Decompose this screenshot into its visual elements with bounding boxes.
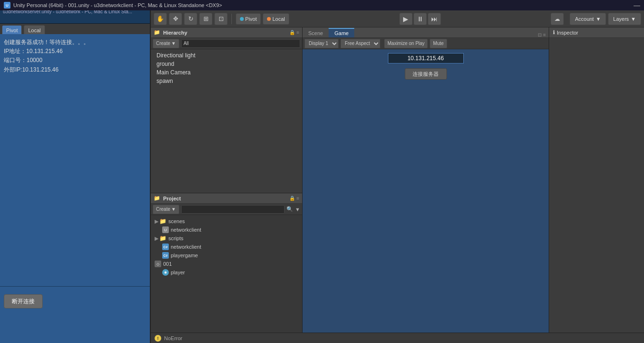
inspector-body — [549, 38, 644, 333]
layers-label: Layers — [613, 16, 629, 22]
ip-input-area — [303, 53, 549, 63]
step-button[interactable]: ⏭ — [428, 13, 441, 25]
hierarchy-item-label: spawn — [156, 78, 173, 84]
inspector-header: ℹ Inspector — [549, 27, 644, 38]
layers-chevron: ▼ — [631, 16, 636, 22]
hierarchy-item-label: Main Camera — [156, 69, 191, 76]
main-titlebar: U Unity Personal (64bit) - 001.unity - u… — [0, 0, 644, 10]
cloud-button[interactable]: ☁ — [551, 13, 564, 25]
project-lock-icon[interactable]: 🔒 ≡ — [289, 196, 299, 201]
game-tab[interactable]: Game — [329, 28, 354, 37]
scene-toolbar: Display 1 Free Aspect Maximize on Play M… — [303, 38, 549, 49]
unity-icon-2: ◇ — [155, 261, 161, 267]
player-label: player — [171, 270, 185, 275]
rect-tool[interactable]: ⊡ — [214, 13, 228, 25]
rotate-tool[interactable]: ↻ — [184, 13, 197, 25]
hierarchy-item-ground[interactable]: ground — [155, 60, 298, 68]
connect-server-button[interactable]: 连接服务器 — [405, 68, 447, 80]
hierarchy-item-main-camera[interactable]: Main Camera — [155, 68, 298, 77]
project-content: ▶ 📁 scenes U networkclient ▶ 📁 scripts — [151, 215, 302, 333]
hand-tool[interactable]: ✋ — [154, 13, 167, 25]
account-button[interactable]: Account ▼ — [570, 13, 606, 25]
ip-input-field[interactable] — [388, 53, 464, 63]
game-view: 连接服务器 — [303, 49, 549, 333]
middle-column: Scene Game ⊡ ≡ Display 1 Free Aspect Max… — [303, 27, 549, 333]
hierarchy-item-directional-light[interactable]: Directional light — [155, 51, 298, 60]
hierarchy-title: Hierarchy — [163, 30, 187, 36]
project-filter-btn[interactable]: ▼ — [295, 207, 300, 212]
project-create-btn[interactable]: Create ▼ — [153, 205, 179, 214]
project-create-arrow: ▼ — [171, 207, 176, 212]
hierarchy-item-spawn[interactable]: spawn — [155, 77, 298, 85]
networkclient-cs-label: networkclient — [171, 244, 201, 250]
folder-scripts[interactable]: ▶ 📁 scripts — [153, 234, 300, 243]
left-panel-bottom: 断开连接 — [0, 286, 150, 343]
scene-tab[interactable]: Scene — [303, 29, 329, 37]
scenes-arrow: ▶ — [155, 218, 158, 225]
move-tool[interactable]: ✥ — [169, 13, 182, 25]
panels-area: 📁 Hierarchy 🔒 ≡ Create ▼ Directional lig… — [151, 27, 644, 333]
scenes-folder-icon: 📁 — [159, 218, 166, 225]
scripts-label: scripts — [168, 235, 184, 241]
pivot-label: Pivot — [245, 16, 257, 22]
hierarchy-content: Directional light ground Main Camera spa… — [151, 49, 302, 193]
local-btn[interactable]: Local — [263, 13, 289, 25]
project-search-btn[interactable]: 🔍 — [286, 206, 293, 212]
project-header: 📁 Project 🔒 ≡ — [151, 193, 302, 204]
hierarchy-header: 📁 Hierarchy 🔒 ≡ — [151, 27, 302, 38]
unity-logo: U — [4, 2, 10, 9]
left-column: 📁 Hierarchy 🔒 ≡ Create ▼ Directional lig… — [151, 27, 303, 333]
console-line-2: IP地址：10.131.215.46 — [4, 47, 146, 56]
folder-scenes[interactable]: ▶ 📁 scenes — [153, 217, 300, 226]
hierarchy-create-label: Create — [156, 41, 170, 46]
project-toolbar: Create ▼ 🔍 ▼ — [151, 204, 302, 215]
pivot-btn[interactable]: Pivot — [236, 13, 261, 25]
scale-tool[interactable]: ⊞ — [199, 13, 212, 25]
hierarchy-toolbar: Create ▼ — [151, 38, 302, 49]
top-toolbar: ✋ ✥ ↻ ⊞ ⊡ Pivot Local ▶ ⏸ ⏭ ☁ Account ▼ — [151, 10, 644, 27]
project-create-label: Create — [156, 207, 170, 212]
scene-game-tabs: Scene Game ⊡ ≡ — [303, 27, 549, 38]
scenes-label: scenes — [168, 218, 185, 224]
file-networkclient-cs[interactable]: C# networkclient — [153, 243, 300, 251]
close-icon[interactable]: — — [634, 1, 640, 9]
scripts-arrow: ▶ — [155, 235, 158, 242]
file-001-label: 001 — [163, 261, 172, 267]
server-panel: u3dnetworkserver.unity - u3dnetwork - PC… — [0, 0, 151, 343]
hierarchy-folder-icon: 📁 — [154, 29, 160, 36]
play-button[interactable]: ▶ — [399, 13, 413, 25]
layers-button[interactable]: Layers ▼ — [608, 13, 641, 25]
disconnect-button[interactable]: 断开连接 — [4, 294, 43, 308]
play-controls: ▶ ⏸ ⏭ — [399, 13, 441, 25]
unity-icon-1: U — [162, 226, 169, 233]
account-label: Account — [575, 16, 594, 22]
hierarchy-item-label: ground — [156, 61, 174, 67]
panel-collapse-icon[interactable]: ⊡ ≡ — [535, 32, 549, 37]
file-001[interactable]: ◇ 001 — [153, 260, 300, 268]
scripts-folder-icon: 📁 — [159, 235, 166, 242]
hierarchy-search[interactable] — [181, 39, 300, 48]
maximize-on-play-btn[interactable]: Maximize on Play — [384, 39, 428, 48]
scene-game-panel: Scene Game ⊡ ≡ Display 1 Free Aspect Max… — [303, 27, 549, 333]
project-folder-icon: 📁 — [154, 195, 160, 201]
networkclient-unity-label: networkclient — [171, 227, 201, 233]
project-search[interactable] — [181, 205, 285, 214]
account-chevron: ▼ — [596, 16, 601, 22]
hierarchy-lock-icon[interactable]: 🔒 ≡ — [289, 30, 299, 35]
console-line-3: 端口号：10000 — [4, 56, 146, 65]
status-bar: ! NoError — [151, 333, 644, 343]
playergame-label: playergame — [171, 253, 198, 258]
pause-button[interactable]: ⏸ — [414, 13, 427, 25]
hierarchy-create-btn[interactable]: Create ▼ — [153, 39, 179, 48]
prefab-player[interactable]: ◉ player — [153, 268, 300, 277]
display-select[interactable]: Display 1 — [304, 39, 339, 48]
cs-icon-2: C# — [162, 252, 169, 259]
project-title: Project — [163, 196, 181, 201]
file-playergame-cs[interactable]: C# playergame — [153, 251, 300, 260]
mute-btn[interactable]: Mute — [430, 39, 447, 48]
file-networkclient-unity[interactable]: U networkclient — [153, 226, 300, 234]
local-label: Local — [272, 16, 285, 22]
hierarchy-item-label: Directional light — [156, 52, 195, 59]
hierarchy-panel: 📁 Hierarchy 🔒 ≡ Create ▼ Directional lig… — [151, 27, 302, 193]
aspect-select[interactable]: Free Aspect — [340, 39, 380, 48]
